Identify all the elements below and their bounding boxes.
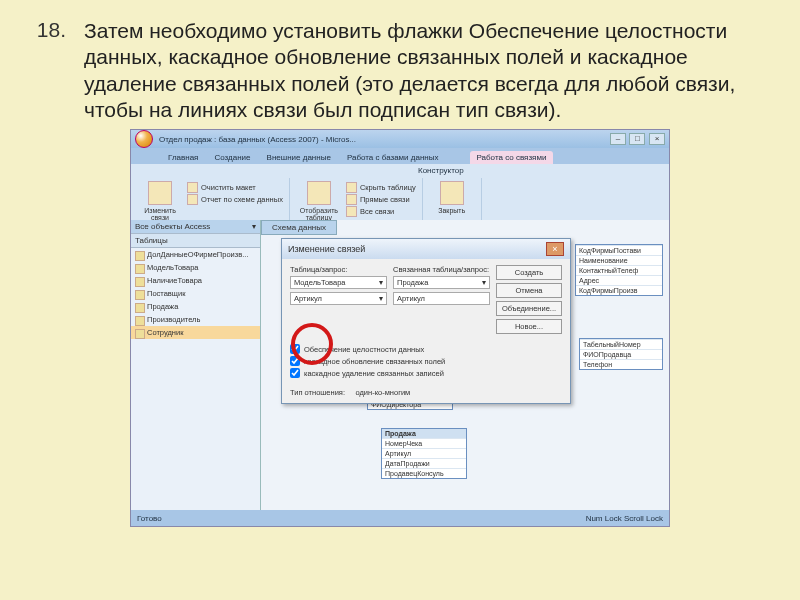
window-title: Отдел продаж : база данных (Access 2007)… xyxy=(159,135,609,144)
join-button[interactable]: Объединение... xyxy=(496,301,562,316)
table-box-prodazha[interactable]: Продажа НомерЧека Артикул ДатаПродажи Пр… xyxy=(381,428,467,479)
maximize-button[interactable]: □ xyxy=(629,133,645,145)
relation-type-label: Тип отношения: xyxy=(290,388,345,397)
table-dropdown[interactable]: МодельТовара▾ xyxy=(290,276,387,289)
clear-icon xyxy=(187,182,198,193)
close-schema-icon xyxy=(440,181,464,205)
table-box[interactable]: ТабельныйНомер ФИОПродавца Телефон xyxy=(579,338,663,370)
dialog-title: Изменение связей xyxy=(288,244,365,254)
table-field: ФИОПродавца xyxy=(580,349,662,359)
tab-database[interactable]: Работа с базами данных xyxy=(340,151,446,164)
nav-item[interactable]: МодельТовара xyxy=(131,261,260,274)
chevron-down-icon: ▾ xyxy=(252,222,256,231)
minimize-button[interactable]: – xyxy=(610,133,626,145)
table-icon xyxy=(307,181,331,205)
cancel-button[interactable]: Отмена xyxy=(496,283,562,298)
show-table-button[interactable]: Отобразить таблицу xyxy=(296,181,342,222)
field-select[interactable]: Артикул▾ xyxy=(290,292,387,305)
integrity-checkbox[interactable]: Обеспечение целостности данных xyxy=(290,344,562,354)
status-bar: Готово Num Lock Scroll Lock xyxy=(131,510,669,526)
dialog-close-button[interactable]: × xyxy=(546,242,564,256)
chevron-down-icon: ▾ xyxy=(379,278,383,287)
table-field: ДатаПродажи xyxy=(382,458,466,468)
window-buttons: – □ × xyxy=(609,133,665,145)
related-field-select[interactable]: Артикул xyxy=(393,292,490,305)
table-field: КодФирмыПроизв xyxy=(576,285,662,295)
chevron-down-icon: ▾ xyxy=(482,278,486,287)
window-titlebar: Отдел продаж : база данных (Access 2007)… xyxy=(131,130,669,148)
nav-header[interactable]: Все объекты Access▾ xyxy=(131,220,260,233)
table-field: Наименование xyxy=(576,255,662,265)
canvas-tab[interactable]: Схема данных xyxy=(261,220,337,235)
relation-type-value: один-ко-многим xyxy=(355,388,410,397)
clear-layout-button[interactable]: Очистить макет xyxy=(187,182,283,193)
cascade-delete-checkbox[interactable]: каскадное удаление связанных записей xyxy=(290,368,562,378)
nav-item[interactable]: Поставщик xyxy=(131,287,260,300)
tab-home[interactable]: Главная xyxy=(161,151,205,164)
bullet-text: Затем необходимо установить флажки Обесп… xyxy=(84,18,770,123)
table-field: ПродавецКонсуль xyxy=(382,468,466,478)
table-field: Адрес xyxy=(576,275,662,285)
table-field: КодФирмыПостави xyxy=(576,245,662,255)
relations-icon xyxy=(148,181,172,205)
nav-item[interactable]: Сотрудник xyxy=(131,326,260,339)
office-orb-icon[interactable] xyxy=(135,130,153,148)
ribbon-tabs: Главная Создание Внешние данные Работа с… xyxy=(131,148,669,164)
direct-links-button[interactable]: Прямые связи xyxy=(346,194,416,205)
nav-item[interactable]: Производитель xyxy=(131,313,260,326)
status-left: Готово xyxy=(137,514,162,523)
hide-icon xyxy=(346,182,357,193)
table-field: КонтактныйТелеф xyxy=(576,265,662,275)
nav-group-tables[interactable]: Таблицы xyxy=(131,233,260,248)
edit-relations-button[interactable]: Изменить связи xyxy=(137,181,183,222)
report-icon xyxy=(187,194,198,205)
all-links-button[interactable]: Все связи xyxy=(346,206,416,217)
close-schema-button[interactable]: Закрыть xyxy=(429,181,475,214)
alllinks-icon xyxy=(346,206,357,217)
status-right: Num Lock Scroll Lock xyxy=(586,514,663,523)
tab-designer[interactable]: Конструктор xyxy=(411,164,471,177)
tab-external[interactable]: Внешние данные xyxy=(260,151,338,164)
table-field: ТабельныйНомер xyxy=(580,339,662,349)
bullet-number: 18. xyxy=(30,18,66,42)
create-button[interactable]: Создать xyxy=(496,265,562,280)
chevron-down-icon: ▾ xyxy=(379,294,383,303)
label-table: Таблица/запрос: xyxy=(290,265,387,274)
table-box[interactable]: КодФирмыПостави Наименование КонтактныйТ… xyxy=(575,244,663,296)
close-button[interactable]: × xyxy=(649,133,665,145)
nav-item[interactable]: Продажа xyxy=(131,300,260,313)
table-field: НомерЧека xyxy=(382,438,466,448)
table-field: Артикул xyxy=(382,448,466,458)
tab-create[interactable]: Создание xyxy=(207,151,257,164)
directlinks-icon xyxy=(346,194,357,205)
edit-relations-dialog: Изменение связей × Таблица/запрос: Модел… xyxy=(281,238,571,404)
schema-report-button[interactable]: Отчет по схеме данных xyxy=(187,194,283,205)
hide-table-button[interactable]: Скрыть таблицу xyxy=(346,182,416,193)
related-table-dropdown[interactable]: Продажа▾ xyxy=(393,276,490,289)
nav-item[interactable]: ДолДанныеОФирмеПроизв... xyxy=(131,248,260,261)
relationships-canvas[interactable]: Схема данных КодФирмыПостави Наименовани… xyxy=(261,220,669,510)
new-button[interactable]: Новое... xyxy=(496,319,562,334)
navigation-pane: Все объекты Access▾ Таблицы ДолДанныеОФи… xyxy=(131,220,261,510)
cascade-update-checkbox[interactable]: каскадное обновление связанных полей xyxy=(290,356,562,366)
table-field: Телефон xyxy=(580,359,662,369)
access-screenshot: Отдел продаж : база данных (Access 2007)… xyxy=(130,129,670,527)
context-tab: Работа со связями xyxy=(470,151,554,164)
nav-item[interactable]: НаличиеТовара xyxy=(131,274,260,287)
label-related-table: Связанная таблица/запрос: xyxy=(393,265,490,274)
table-header: Продажа xyxy=(382,429,466,438)
